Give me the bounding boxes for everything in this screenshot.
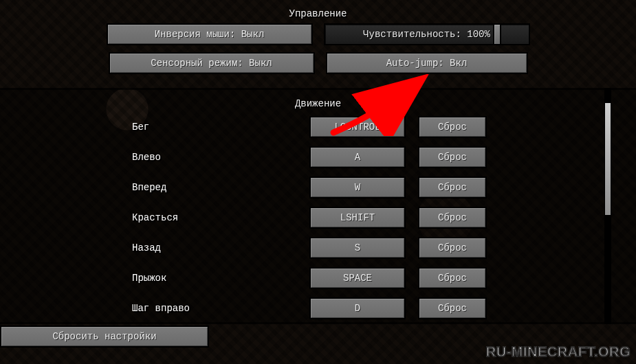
key-button-sneak[interactable]: LSHIFT xyxy=(309,207,406,229)
reset-all-button[interactable]: Сбросить настройки xyxy=(0,326,209,348)
reset-button[interactable]: Сброс xyxy=(418,207,487,229)
bind-row-jump: Прыжок SPACE Сброс xyxy=(0,267,636,289)
bind-row-forward: Вперед W Сброс xyxy=(0,177,636,198)
auto-jump-button[interactable]: Auto-jump: Вкл xyxy=(326,52,528,74)
bind-label: Влево xyxy=(132,152,297,163)
touch-mode-button[interactable]: Сенсорный режим: Выкл xyxy=(109,52,315,74)
touch-mode-label: Сенсорный режим: Выкл xyxy=(151,58,272,69)
page-title: Управление xyxy=(0,8,636,19)
bind-label: Вперед xyxy=(132,182,297,193)
reset-button[interactable]: Сброс xyxy=(418,237,487,259)
reset-button[interactable]: Сброс xyxy=(418,267,487,289)
bind-label: Бег xyxy=(132,122,297,133)
bind-label: Шаг вправо xyxy=(132,303,297,314)
bind-label: Прыжок xyxy=(132,273,297,284)
bindings-list: Бег LCONTROL Сброс Влево A Сброс Вперед … xyxy=(0,116,636,328)
scrollbar[interactable] xyxy=(604,88,611,324)
key-button-strafe-right[interactable]: D xyxy=(309,297,406,319)
bind-row-back: Назад S Сброс xyxy=(0,237,636,259)
watermark: RU-MINECRAFT.ORG xyxy=(486,344,630,360)
bind-row-sneak: Красться LSHIFT Сброс xyxy=(0,207,636,229)
sensitivity-slider[interactable]: Чувствительность: 100% xyxy=(324,23,530,45)
bindings-panel: Движение Бег LCONTROL Сброс Влево A Сбро… xyxy=(0,88,636,324)
movement-title: Движение xyxy=(0,98,636,109)
auto-jump-label: Auto-jump: Вкл xyxy=(386,58,468,69)
reset-button[interactable]: Сброс xyxy=(418,297,487,319)
slider-handle[interactable] xyxy=(493,23,501,45)
bind-label: Назад xyxy=(132,242,297,253)
mouse-invert-label: Инверсия мыши: Выкл xyxy=(155,29,265,40)
reset-button[interactable]: Сброс xyxy=(418,146,487,168)
key-button-left[interactable]: A xyxy=(309,146,406,168)
mouse-invert-button[interactable]: Инверсия мыши: Выкл xyxy=(107,23,313,45)
bind-row-strafe-right: Шаг вправо D Сброс xyxy=(0,297,636,319)
bind-label: Красться xyxy=(132,212,297,223)
key-button-back[interactable]: S xyxy=(309,237,406,259)
key-button-jump[interactable]: SPACE xyxy=(309,267,406,289)
key-button-sprint[interactable]: LCONTROL xyxy=(309,116,406,138)
key-button-forward[interactable]: W xyxy=(309,177,406,198)
sensitivity-label: Чувствительность: 100% xyxy=(363,29,490,40)
reset-button[interactable]: Сброс xyxy=(418,177,487,198)
bind-row-sprint: Бег LCONTROL Сброс xyxy=(0,116,636,138)
bind-row-left: Влево A Сброс xyxy=(0,146,636,168)
scrollbar-thumb[interactable] xyxy=(604,102,611,216)
reset-button[interactable]: Сброс xyxy=(418,116,487,138)
controls-header-section: Управление Инверсия мыши: Выкл Чувствите… xyxy=(0,8,636,81)
